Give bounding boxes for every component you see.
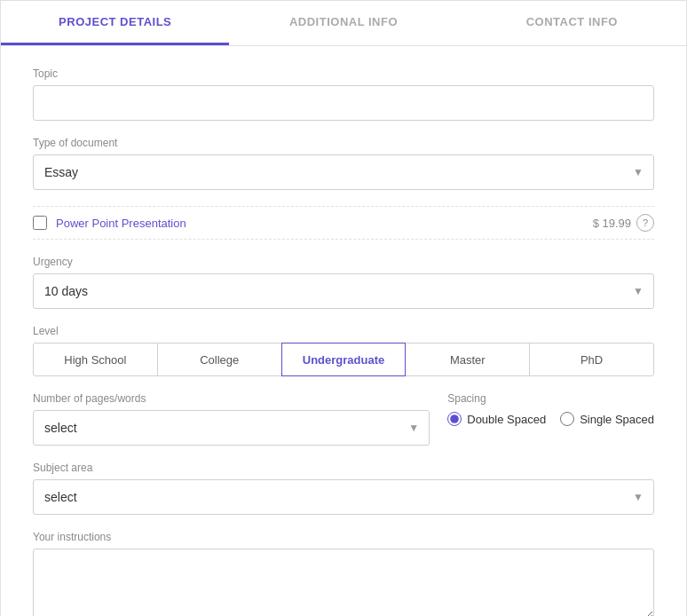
- topic-input[interactable]: [33, 85, 654, 121]
- level-field: Level High School College Undergraduate …: [33, 325, 654, 376]
- spacing-double-radio[interactable]: [447, 412, 462, 426]
- pages-words-label: Number of pages/words: [33, 392, 430, 405]
- level-btn-master[interactable]: Master: [405, 343, 530, 376]
- subject-area-wrapper: select Mathematics English History Scien…: [33, 479, 654, 515]
- pages-words-wrapper: select 1 page / 275 words 2 pages / 550 …: [33, 410, 430, 446]
- type-of-document-select[interactable]: Essay Research Paper Thesis Dissertation…: [33, 154, 654, 190]
- tab-project-details[interactable]: PROJECT DETAILS: [1, 1, 229, 45]
- powerpoint-price: $ 19.99: [593, 217, 631, 230]
- spacing-single-option[interactable]: Single Spaced: [560, 412, 654, 426]
- level-btn-undergraduate[interactable]: Undergraduate: [281, 343, 407, 376]
- type-of-document-wrapper: Essay Research Paper Thesis Dissertation…: [33, 154, 654, 190]
- tabs-bar: PROJECT DETAILS ADDITIONAL INFO CONTACT …: [1, 1, 686, 46]
- spacing-radio-group: Double Spaced Single Spaced: [447, 412, 654, 426]
- level-btn-high-school[interactable]: High School: [33, 343, 158, 376]
- level-buttons-group: High School College Undergraduate Master…: [33, 343, 654, 376]
- instructions-label: Your instructions: [33, 531, 654, 543]
- pages-words-select[interactable]: select 1 page / 275 words 2 pages / 550 …: [33, 410, 430, 446]
- main-container: PROJECT DETAILS ADDITIONAL INFO CONTACT …: [0, 0, 687, 616]
- subject-area-field: Subject area select Mathematics English …: [33, 462, 654, 515]
- form-body: Topic Type of document Essay Research Pa…: [1, 46, 686, 616]
- instructions-textarea[interactable]: [33, 549, 654, 616]
- urgency-field: Urgency 10 days 7 days 5 days 3 days 2 d…: [33, 256, 654, 309]
- pages-words-field: Number of pages/words select 1 page / 27…: [33, 392, 430, 446]
- tab-contact-info[interactable]: CONTACT INFO: [458, 1, 686, 45]
- level-label: Level: [33, 325, 654, 337]
- spacing-double-label: Double Spaced: [467, 413, 546, 426]
- level-btn-college[interactable]: College: [157, 343, 282, 376]
- spacing-single-radio[interactable]: [560, 412, 574, 426]
- spacing-label: Spacing: [447, 392, 654, 405]
- level-btn-phd[interactable]: PhD: [529, 343, 654, 376]
- subject-area-label: Subject area: [33, 462, 654, 474]
- topic-field: Topic: [33, 67, 654, 121]
- urgency-label: Urgency: [33, 256, 654, 268]
- powerpoint-left: Power Point Presentation: [33, 216, 186, 230]
- urgency-select[interactable]: 10 days 7 days 5 days 3 days 2 days 1 da…: [33, 273, 654, 309]
- type-of-document-field: Type of document Essay Research Paper Th…: [33, 137, 654, 190]
- powerpoint-help-icon[interactable]: ?: [636, 214, 654, 232]
- instructions-field: Your instructions: [33, 531, 654, 616]
- spacing-single-label: Single Spaced: [580, 413, 654, 426]
- spacing-double-option[interactable]: Double Spaced: [447, 412, 546, 426]
- powerpoint-label: Power Point Presentation: [56, 217, 186, 230]
- powerpoint-checkbox[interactable]: [33, 216, 47, 230]
- spacing-field: Spacing Double Spaced Single Spaced: [447, 392, 654, 426]
- topic-label: Topic: [33, 67, 654, 80]
- urgency-wrapper: 10 days 7 days 5 days 3 days 2 days 1 da…: [33, 273, 654, 309]
- subject-area-select[interactable]: select Mathematics English History Scien…: [33, 479, 654, 515]
- type-of-document-label: Type of document: [33, 137, 654, 149]
- powerpoint-price-wrapper: $ 19.99 ?: [593, 214, 654, 232]
- powerpoint-row: Power Point Presentation $ 19.99 ?: [33, 206, 654, 240]
- tab-additional-info[interactable]: ADDITIONAL INFO: [229, 1, 457, 45]
- pages-spacing-row: Number of pages/words select 1 page / 27…: [33, 392, 654, 446]
